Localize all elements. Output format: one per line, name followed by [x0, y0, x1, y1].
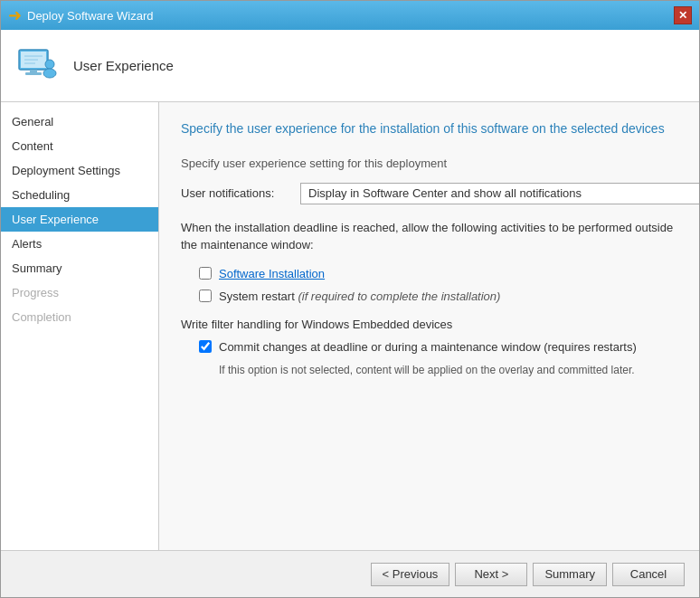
close-button[interactable]: ✕ [674, 6, 692, 24]
body-section: General Content Deployment Settings Sche… [1, 102, 699, 550]
sidebar-item-general[interactable]: General [1, 109, 158, 134]
summary-button[interactable]: Summary [533, 563, 607, 586]
software-install-row: Software Installation [181, 267, 677, 280]
svg-rect-3 [25, 72, 42, 75]
system-restart-row: System restart (if required to complete … [181, 290, 677, 303]
wizard-arrow-icon: ➜ [8, 5, 22, 25]
notifications-dropdown[interactable]: Display in Software Center and show all … [300, 183, 699, 204]
cancel-button[interactable]: Cancel [612, 563, 685, 586]
svg-point-4 [45, 60, 54, 69]
svg-point-5 [43, 69, 56, 78]
commit-changes-row: Commit changes at deadline or during a m… [181, 340, 677, 354]
system-restart-checkbox[interactable] [199, 290, 212, 302]
notifications-field-row: User notifications: Display in Software … [181, 183, 677, 204]
maintenance-text: When the installation deadline is reache… [181, 219, 677, 254]
sidebar-item-completion: Completion [1, 305, 158, 329]
title-bar-text: Deploy Software Wizard [27, 9, 153, 23]
previous-button[interactable]: < Previous [371, 563, 450, 586]
content-heading: Specify the user experience for the inst… [181, 120, 677, 138]
notifications-label: User notifications: [181, 186, 289, 200]
header-section: User Experience [1, 30, 699, 102]
write-filter-label: Write filter handling for Windows Embedd… [181, 318, 677, 331]
setting-label: Specify user experience setting for this… [181, 157, 677, 170]
footer: < Previous Next > Summary Cancel [1, 550, 699, 597]
sidebar-item-summary[interactable]: Summary [1, 256, 158, 280]
content-area: Specify the user experience for the inst… [159, 102, 699, 550]
software-install-checkbox[interactable] [199, 267, 212, 280]
title-bar: ➜ Deploy Software Wizard ✕ [1, 1, 699, 30]
next-button[interactable]: Next > [455, 563, 527, 586]
sidebar-item-content[interactable]: Content [1, 134, 158, 158]
sidebar-item-user-experience[interactable]: User Experience [1, 207, 158, 232]
sidebar: General Content Deployment Settings Sche… [1, 102, 159, 550]
deploy-software-wizard-window: ➜ Deploy Software Wizard ✕ User [0, 0, 700, 598]
user-experience-icon [15, 44, 59, 88]
sidebar-item-progress: Progress [1, 280, 158, 305]
header-title: User Experience [73, 58, 174, 73]
software-install-label[interactable]: Software Installation [219, 267, 325, 280]
commit-changes-label[interactable]: Commit changes at deadline or during a m… [219, 340, 637, 354]
title-bar-left: ➜ Deploy Software Wizard [8, 5, 153, 25]
system-restart-label[interactable]: System restart (if required to complete … [219, 290, 500, 303]
system-restart-text: System restart [219, 290, 295, 303]
sidebar-item-scheduling[interactable]: Scheduling [1, 183, 158, 207]
sidebar-item-alerts[interactable]: Alerts [1, 232, 158, 256]
commit-subtext: If this option is not selected, content … [181, 363, 677, 378]
system-restart-italic: (if required to complete the installatio… [295, 290, 501, 303]
sidebar-item-deployment-settings[interactable]: Deployment Settings [1, 158, 158, 183]
commit-changes-checkbox[interactable] [199, 340, 212, 353]
